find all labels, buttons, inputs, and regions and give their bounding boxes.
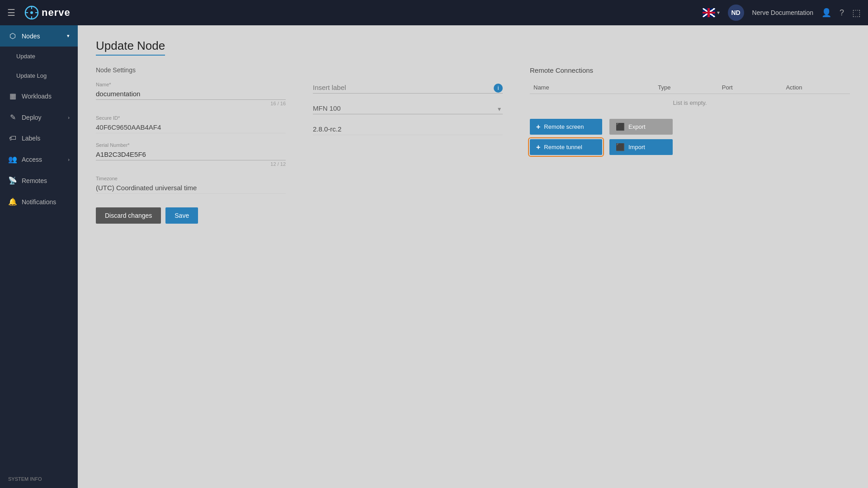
node-settings-panel: Node Settings Name* 16 / 16 Secure ID* 4… (96, 66, 286, 224)
deploy-icon: ✎ (8, 113, 17, 122)
sidebar-item-access[interactable]: 👥 Access › (0, 149, 78, 170)
page-title: Update Node (96, 39, 165, 56)
sidebar-item-update-label: Update (16, 53, 35, 60)
remote-tunnel-plus-icon: + (536, 143, 540, 151)
logo: nerve (24, 5, 71, 20)
rc-col-type: Type (658, 84, 718, 91)
sidebar-item-workloads-label: Workloads (22, 93, 52, 100)
secure-id-label: Secure ID* (96, 115, 286, 121)
topnav-right: ▾ ND Nerve Documentation 👤 ? ⬚ (703, 5, 861, 21)
import-icon: ⬛ (616, 143, 625, 151)
svg-point-1 (30, 11, 33, 14)
rc-row1: + Remote screen ⬛ Export (530, 119, 850, 135)
import-button[interactable]: ⬛ Import (609, 139, 673, 155)
timezone-value: (UTC) Coordinated universal time (96, 182, 286, 194)
info-icon[interactable]: i (494, 84, 503, 93)
name-field-group: Name* 16 / 16 (96, 82, 286, 106)
workloads-icon: ▦ (8, 92, 17, 100)
hamburger-icon[interactable]: ☰ (7, 7, 15, 18)
sidebar-item-labels[interactable]: 🏷 Labels (0, 128, 78, 149)
model-field-group: MFN 100 (313, 103, 503, 114)
deploy-chevron-icon: › (68, 115, 70, 120)
serial-number-input[interactable] (96, 149, 286, 160)
save-button[interactable]: Save (165, 207, 198, 224)
nodes-chevron-icon: ▾ (67, 33, 70, 39)
export-button[interactable]: ⬛ Export (609, 119, 673, 135)
serial-number-hint: 12 / 12 (96, 161, 286, 167)
sidebar-item-remotes-label: Remotes (22, 177, 47, 184)
remote-connections-heading: Remote Connections (530, 66, 850, 74)
rc-row2: + Remote tunnel ⬛ Import (530, 139, 850, 155)
sidebar-item-deploy-label: Deploy (22, 114, 42, 121)
sidebar-item-deploy[interactable]: ✎ Deploy › (0, 107, 78, 128)
node-settings-heading: Node Settings (96, 66, 286, 74)
language-selector[interactable]: ▾ (703, 8, 720, 17)
notifications-icon: 🔔 (8, 197, 17, 206)
serial-number-label: Serial Number* (96, 142, 286, 148)
main-layout: ⬡ Nodes ▾ Update Update Log ▦ Workloads … (0, 25, 868, 488)
rc-col-port: Port (722, 84, 783, 91)
access-icon: 👥 (8, 155, 17, 164)
nerve-logo-icon (24, 5, 39, 20)
rc-col-name: Name (533, 84, 654, 91)
model-dropdown[interactable]: MFN 100 (313, 103, 503, 114)
rc-col-action: Action (786, 84, 846, 91)
topnav: ☰ nerve ▾ ND Nerve Documentation 👤 ? (0, 0, 868, 25)
name-input[interactable] (96, 88, 286, 100)
label-input[interactable] (313, 82, 503, 94)
remote-screen-plus-icon: + (536, 123, 540, 131)
sidebar-item-update[interactable]: Update (0, 47, 78, 66)
timezone-label: Timezone (96, 176, 286, 181)
sidebar-item-notifications[interactable]: 🔔 Notifications (0, 191, 78, 212)
sidebar-item-workloads[interactable]: ▦ Workloads (0, 85, 78, 107)
discard-button[interactable]: Discard changes (96, 207, 161, 224)
content-area: Update Node Node Settings Name* 16 / 16 … (78, 25, 868, 488)
secure-id-value: 40F6C9650AAB4AF4 (96, 122, 286, 133)
flag-icon (703, 8, 715, 17)
nodes-icon: ⬡ (8, 32, 17, 40)
logout-icon[interactable]: ⬚ (852, 7, 861, 18)
user-avatar[interactable]: ND (728, 5, 744, 21)
content-grid: Node Settings Name* 16 / 16 Secure ID* 4… (96, 66, 850, 224)
sidebar-item-labels-label: Labels (22, 135, 40, 142)
rc-empty-text: List is empty. (530, 96, 850, 110)
remote-tunnel-label: Remote tunnel (544, 144, 582, 150)
system-info[interactable]: SYSTEM INFO (0, 470, 78, 488)
doc-link[interactable]: Nerve Documentation (752, 9, 813, 16)
import-label: Import (628, 144, 645, 150)
sidebar-item-update-log-label: Update Log (16, 72, 47, 79)
remotes-icon: 📡 (8, 176, 17, 185)
extra-fields-panel: Node Settings i MFN 100 2.8.0-rc.2 (313, 66, 503, 224)
logo-text: nerve (42, 7, 71, 19)
access-chevron-icon: › (68, 157, 70, 162)
sidebar-item-update-log[interactable]: Update Log (0, 66, 78, 85)
help-icon[interactable]: ? (840, 8, 844, 18)
sidebar-item-nodes[interactable]: ⬡ Nodes ▾ (0, 25, 78, 47)
sidebar-item-nodes-label: Nodes (22, 33, 40, 40)
remote-screen-label: Remote screen (544, 123, 584, 130)
serial-number-field-group: Serial Number* 12 / 12 (96, 142, 286, 167)
label-field-group: i (313, 82, 503, 94)
user-icon[interactable]: 👤 (821, 8, 831, 18)
remote-screen-button[interactable]: + Remote screen (530, 119, 602, 135)
name-hint: 16 / 16 (96, 101, 286, 106)
version-value: 2.8.0-rc.2 (313, 123, 503, 135)
language-dropdown-arrow: ▾ (717, 9, 720, 16)
remote-tunnel-button[interactable]: + Remote tunnel (530, 139, 602, 155)
sidebar-item-notifications-label: Notifications (22, 198, 56, 206)
sidebar-item-access-label: Access (22, 156, 42, 163)
export-icon: ⬛ (616, 122, 625, 131)
labels-icon: 🏷 (8, 134, 17, 142)
remote-connections-panel: Remote Connections Name Type Port Action… (530, 66, 850, 224)
version-field-group: 2.8.0-rc.2 (313, 123, 503, 135)
doc-link-text: Nerve Documentation (752, 9, 813, 16)
timezone-field-group: Timezone (UTC) Coordinated universal tim… (96, 176, 286, 194)
form-buttons: Discard changes Save (96, 207, 286, 224)
sidebar: ⬡ Nodes ▾ Update Update Log ▦ Workloads … (0, 25, 78, 488)
rc-table-header: Name Type Port Action (530, 81, 850, 94)
sidebar-item-remotes[interactable]: 📡 Remotes (0, 170, 78, 191)
export-label: Export (628, 123, 646, 130)
name-label: Name* (96, 82, 286, 87)
secure-id-field-group: Secure ID* 40F6C9650AAB4AF4 (96, 115, 286, 133)
